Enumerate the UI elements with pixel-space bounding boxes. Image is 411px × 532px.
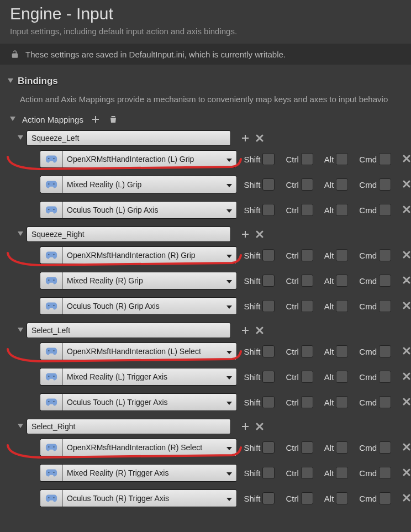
remove-binding-button[interactable] [402,443,411,453]
modifier-shift-checkbox[interactable] [262,178,275,191]
gamepad-icon[interactable] [40,297,62,315]
gamepad-icon[interactable] [40,272,62,289]
disclosure-icon[interactable] [18,424,23,429]
modifier-ctrl-checkbox[interactable] [301,441,313,454]
disclosure-icon[interactable] [8,78,13,84]
remove-binding-button[interactable] [402,276,411,286]
modifier-alt-checkbox[interactable] [336,204,348,216]
modifier-ctrl-checkbox[interactable] [301,178,313,191]
key-dropdown[interactable]: Oculus Touch (L) Grip Axis [62,201,237,219]
modifier-alt-checkbox[interactable] [336,396,348,408]
remove-action-button[interactable] [254,421,265,432]
modifier-shift-checkbox[interactable] [262,371,275,383]
remove-action-button[interactable] [254,325,265,336]
modifier-ctrl-checkbox[interactable] [301,345,313,357]
disclosure-icon[interactable] [18,231,23,237]
modifier-ctrl-checkbox[interactable] [301,204,313,216]
modifier-shift-checkbox[interactable] [262,467,275,479]
modifier-alt-checkbox[interactable] [336,467,348,479]
key-dropdown[interactable]: OpenXRMsftHandInteraction (L) Select [62,343,237,360]
action-name-input[interactable] [27,419,231,434]
remove-binding-button[interactable] [402,154,411,165]
disclosure-icon[interactable] [18,328,23,333]
modifier-cmd-checkbox[interactable] [379,371,391,383]
remove-binding-button[interactable] [402,372,411,382]
modifier-shift-checkbox[interactable] [262,204,275,216]
modifier-shift-checkbox[interactable] [262,492,275,504]
remove-binding-button[interactable] [402,205,411,215]
gamepad-icon[interactable] [40,343,62,360]
gamepad-icon[interactable] [40,489,62,507]
key-dropdown[interactable]: Oculus Touch (R) Trigger Axis [62,489,237,507]
modifier-cmd-checkbox[interactable] [379,467,391,479]
modifier-cmd-checkbox[interactable] [379,204,391,216]
gamepad-icon[interactable] [40,464,62,482]
modifier-shift-checkbox[interactable] [262,300,275,312]
modifier-cmd-checkbox[interactable] [379,441,391,454]
modifier-alt-checkbox[interactable] [336,249,348,261]
modifier-shift-checkbox[interactable] [262,345,275,357]
disclosure-icon[interactable] [10,117,15,122]
modifier-alt-checkbox[interactable] [336,153,348,165]
gamepad-icon[interactable] [40,176,62,193]
modifier-alt-checkbox[interactable] [336,345,348,357]
modifier-ctrl-checkbox[interactable] [301,275,313,287]
add-action-button[interactable] [90,114,101,125]
modifier-alt-checkbox[interactable] [336,492,348,504]
action-name-input[interactable] [27,227,231,242]
gamepad-icon[interactable] [40,246,62,264]
modifier-ctrl-checkbox[interactable] [301,492,313,504]
modifier-cmd-checkbox[interactable] [379,396,391,408]
modifier-cmd-checkbox[interactable] [379,492,391,504]
key-dropdown[interactable]: Oculus Touch (R) Grip Axis [62,297,237,315]
remove-binding-button[interactable] [402,468,411,478]
add-binding-button[interactable] [240,229,251,240]
remove-binding-button[interactable] [402,301,411,312]
modifier-cmd-checkbox[interactable] [379,300,391,312]
modifier-ctrl-checkbox[interactable] [301,153,313,165]
modifier-cmd-checkbox[interactable] [379,249,391,261]
remove-binding-button[interactable] [402,180,411,190]
modifier-cmd-checkbox[interactable] [379,345,391,357]
key-dropdown[interactable]: Mixed Reality (R) Grip [62,272,237,289]
add-binding-button[interactable] [240,325,251,336]
key-dropdown[interactable]: Oculus Touch (L) Trigger Axis [62,393,237,411]
remove-binding-button[interactable] [402,250,411,261]
add-binding-button[interactable] [240,421,251,432]
key-dropdown[interactable]: Mixed Reality (L) Grip [62,176,237,193]
modifier-alt-checkbox[interactable] [336,300,348,312]
modifier-cmd-checkbox[interactable] [379,178,391,191]
modifier-ctrl-checkbox[interactable] [301,300,313,312]
modifier-shift-checkbox[interactable] [262,249,275,261]
key-dropdown[interactable]: OpenXRMsftHandInteraction (R) Select [62,439,237,456]
add-binding-button[interactable] [240,133,251,144]
modifier-shift-checkbox[interactable] [262,153,275,165]
modifier-cmd-checkbox[interactable] [379,153,391,165]
remove-binding-button[interactable] [402,346,411,357]
remove-action-button[interactable] [254,133,265,144]
modifier-alt-checkbox[interactable] [336,371,348,383]
modifier-alt-checkbox[interactable] [336,178,348,191]
gamepad-icon[interactable] [40,439,62,456]
key-dropdown[interactable]: Mixed Reality (R) Trigger Axis [62,464,237,482]
disclosure-icon[interactable] [18,135,23,141]
modifier-ctrl-checkbox[interactable] [301,396,313,408]
gamepad-icon[interactable] [40,393,62,411]
remove-action-button[interactable] [254,229,265,240]
remove-binding-button[interactable] [402,493,411,504]
modifier-ctrl-checkbox[interactable] [301,371,313,383]
gamepad-icon[interactable] [40,368,62,386]
key-dropdown[interactable]: OpenXRMsftHandInteraction (R) Grip [62,246,237,264]
modifier-shift-checkbox[interactable] [262,396,275,408]
modifier-ctrl-checkbox[interactable] [301,467,313,479]
remove-binding-button[interactable] [402,397,411,408]
modifier-cmd-checkbox[interactable] [379,275,391,287]
gamepad-icon[interactable] [40,201,62,219]
key-dropdown[interactable]: Mixed Reality (L) Trigger Axis [62,368,237,386]
modifier-shift-checkbox[interactable] [262,275,275,287]
modifier-alt-checkbox[interactable] [336,275,348,287]
action-name-input[interactable] [27,323,231,338]
gamepad-icon[interactable] [40,150,62,168]
action-name-input[interactable] [27,130,231,146]
key-dropdown[interactable]: OpenXRMsftHandInteraction (L) Grip [62,150,237,168]
